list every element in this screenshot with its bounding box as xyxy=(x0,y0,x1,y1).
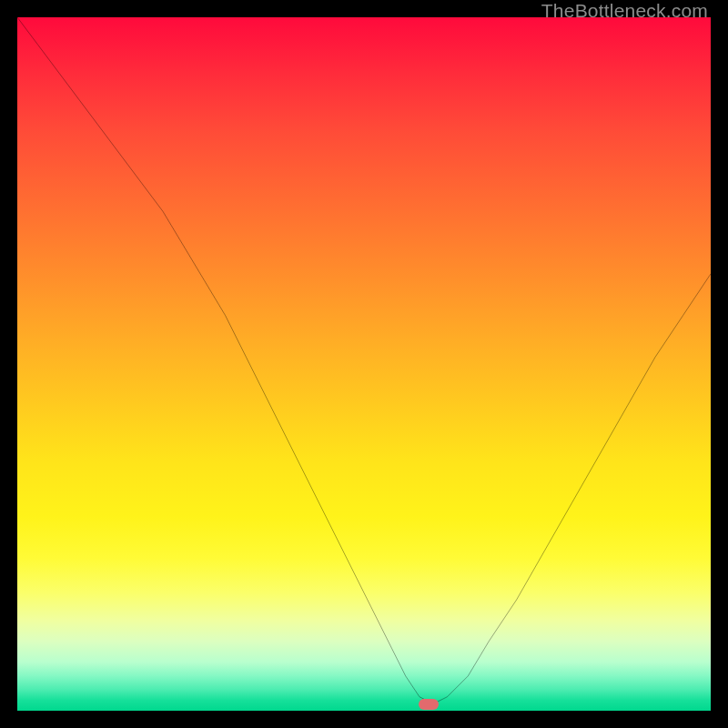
bottleneck-curve-path xyxy=(17,17,711,703)
chart-frame: TheBottleneck.com xyxy=(0,0,728,728)
optimal-point-marker xyxy=(419,699,439,710)
bottleneck-curve xyxy=(17,17,711,711)
plot-area xyxy=(17,17,711,711)
